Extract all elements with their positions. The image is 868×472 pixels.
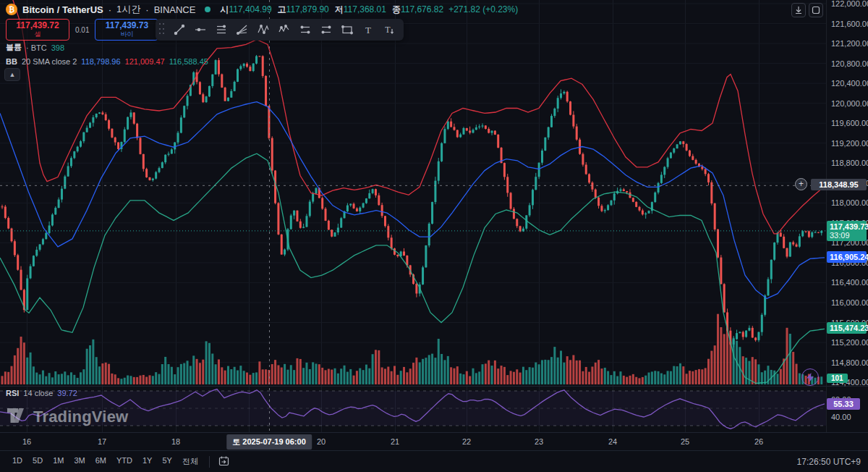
trend-line-tool[interactable] (169, 20, 190, 39)
symbol-title[interactable]: Bitcoin / TetherUS (22, 4, 103, 15)
rsi-value-label: 55.33 (827, 398, 860, 410)
price-tick: 119,200.00 (831, 139, 868, 148)
range-button-6m[interactable]: 6M (90, 453, 111, 470)
price-tick: 121,600.00 (831, 20, 868, 28)
svg-text:T: T (385, 25, 391, 35)
price-tick: 118,000.00 (831, 198, 868, 207)
time-tick: 25 (681, 437, 689, 446)
time-tick: 16 (22, 437, 31, 446)
bb-lower-value: 116,588.45 (169, 57, 208, 66)
price-axis[interactable]: 122,000.00121,600.00121,200.00120,800.00… (826, 0, 868, 432)
time-tick: 20 (317, 437, 326, 446)
xabcd-pattern-tool[interactable] (252, 20, 273, 39)
buy-label: 바이 (95, 30, 158, 38)
top-right-buttons (791, 3, 823, 17)
price-tick: 122,000.00 (831, 0, 868, 8)
volume-legend-symbol: · BTC (26, 43, 47, 52)
buy-button[interactable]: 117,439.73 바이 (95, 19, 158, 41)
price-tick: 114,800.00 (831, 358, 868, 367)
time-tick: 23 (535, 437, 543, 446)
ohlc-key: 저 (335, 4, 344, 14)
bb-mid-value: 118,798.96 (81, 57, 120, 66)
market-status-dot[interactable] (205, 7, 210, 12)
time-tick: 21 (391, 437, 399, 446)
interval-value[interactable]: 1시간 (116, 3, 140, 16)
bb-legend-label: BB (6, 57, 17, 66)
goto-date-button[interactable] (216, 454, 232, 469)
clock-timezone[interactable]: 17:26:50 UTC+9 (797, 457, 861, 467)
drawing-toolbar: TT (156, 19, 404, 41)
bar-countdown: 33:09 (830, 231, 864, 240)
svg-text:T: T (365, 25, 371, 35)
price-tick: 120,000.00 (831, 99, 868, 108)
range-button-1d[interactable]: 1D (7, 453, 27, 470)
text-tool[interactable]: T (357, 20, 378, 39)
separator: · (109, 4, 111, 15)
short-position-tool[interactable] (315, 20, 336, 39)
trade-widget: 117,439.72 셀 0.01 117,439.73 바이 (6, 19, 158, 41)
download-button[interactable] (791, 3, 806, 17)
price-tick: 116,000.00 (831, 298, 868, 307)
bb-mid-price-label: 116,905.24 (827, 251, 867, 263)
crosshair-price-label: 118,348.95 (811, 179, 867, 190)
crosshair-time-label: 토 2025-07-19 06:00 (226, 434, 312, 450)
lightning-button[interactable] (801, 368, 819, 386)
elliott-wave-tool[interactable] (273, 20, 294, 39)
last-price-value: 117,439.73 (830, 222, 864, 231)
sell-button[interactable]: 117,439.72 셀 (6, 19, 69, 41)
rsi-legend-label: RSI (6, 389, 19, 397)
bb-legend[interactable]: BB 20 SMA close 2 118,798.96 121,009.47 … (6, 57, 208, 66)
ohlc-value: 117,404.99 (229, 4, 271, 14)
sell-label: 셀 (7, 30, 69, 38)
pitchfork-tool[interactable] (231, 20, 252, 39)
price-tick: 120,800.00 (831, 59, 868, 68)
price-tick: 118,800.00 (831, 159, 868, 167)
ohlc-key: 고 (278, 4, 286, 14)
pane-separator[interactable] (0, 386, 868, 387)
bb-upper-value: 121,009.47 (125, 57, 165, 66)
range-button-전체[interactable]: 전체 (177, 453, 203, 470)
parallel-lines-tool[interactable] (210, 20, 231, 39)
add-alert-plus-button[interactable]: + (795, 178, 807, 190)
volume-value-label: 101 (827, 374, 848, 383)
rsi-tick: 40.00 (831, 413, 851, 421)
long-position-tool[interactable] (294, 20, 315, 39)
bb-lower-price-label: 115,474.23 (827, 322, 867, 334)
range-buttons: 1D5D1M3M6MYTD1Y5Y전체 (7, 453, 203, 470)
ohlc-key: 시 (220, 4, 229, 14)
time-tick: 18 (171, 437, 180, 446)
ohlc-value: 117,879.90 (286, 4, 329, 14)
price-tick: 120,400.00 (831, 79, 868, 88)
toolbar-drag-handle[interactable] (159, 23, 166, 36)
anchored-text-tool[interactable]: T (378, 20, 399, 39)
bottom-toolbar: 1D5D1M3M6MYTD1Y5Y전체 17:26:50 UTC+9 (0, 450, 868, 472)
rsi-legend[interactable]: RSI 14 close 39.72 (6, 389, 77, 397)
range-button-1y[interactable]: 1Y (137, 453, 157, 470)
range-button-5y[interactable]: 5Y (157, 453, 176, 470)
range-button-ytd[interactable]: YTD (111, 453, 137, 470)
rsi-legend-params: 14 close (23, 389, 53, 397)
ohlc-value: 117,368.01 (344, 4, 386, 14)
symbol-header[interactable]: ₿ Bitcoin / TetherUS · 1시간 · BINANCE 시11… (6, 3, 518, 16)
calendar-icon (218, 455, 229, 466)
horizontal-line-tool[interactable] (190, 20, 210, 39)
fullscreen-button[interactable] (809, 3, 823, 17)
time-tick: 17 (98, 437, 106, 446)
time-axis[interactable]: 토 2025-07-19 06:00 16171820212223242526 (0, 432, 868, 450)
range-button-5d[interactable]: 5D (27, 453, 48, 470)
rectangle-tool[interactable] (336, 20, 357, 39)
range-button-3m[interactable]: 3M (69, 453, 90, 470)
time-tick: 26 (754, 437, 763, 446)
rsi-legend-value: 39.72 (57, 389, 77, 397)
tradingview-app: 122,000.00121,600.00121,200.00120,800.00… (0, 0, 868, 472)
volume-legend[interactable]: 볼륨 · BTC 398 (6, 42, 64, 53)
last-price-label: 117,439.73 33:09 (827, 221, 867, 241)
price-tick: 116,400.00 (831, 278, 868, 287)
exchange-name: BINANCE (154, 4, 196, 15)
collapse-pane-button[interactable]: ▲ (4, 68, 20, 81)
volume-legend-value: 398 (51, 43, 64, 52)
time-tick: 24 (608, 437, 617, 446)
volume-legend-label: 볼륨 (6, 42, 22, 53)
range-button-1m[interactable]: 1M (48, 453, 69, 470)
separator: · (145, 4, 148, 15)
